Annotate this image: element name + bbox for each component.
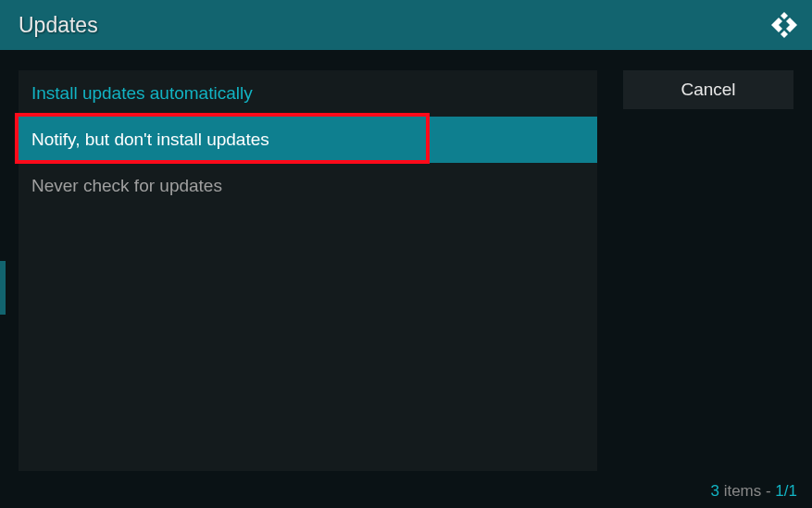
option-install-auto[interactable]: Install updates automatically	[19, 70, 597, 117]
kodi-logo-icon	[769, 10, 799, 40]
dialog-content: Install updates automatically Notify, bu…	[0, 50, 812, 480]
item-count: 3	[710, 482, 718, 500]
dialog-sidebar: Cancel	[623, 70, 793, 471]
dialog-title: Updates	[19, 13, 98, 38]
option-label: Never check for updates	[31, 176, 222, 196]
items-text: items -	[719, 482, 775, 500]
option-label: Notify, but don't install updates	[31, 130, 269, 150]
footer-status: 3 items - 1/1	[710, 482, 797, 501]
background-accent	[0, 261, 6, 315]
cancel-label: Cancel	[681, 80, 735, 100]
option-label: Install updates automatically	[31, 83, 253, 104]
page-indicator: 1/1	[775, 482, 797, 500]
option-notify-only[interactable]: Notify, but don't install updates	[19, 117, 597, 163]
option-never-check[interactable]: Never check for updates	[19, 163, 597, 209]
dialog-header: Updates	[0, 0, 812, 50]
cancel-button[interactable]: Cancel	[623, 70, 793, 109]
options-list: Install updates automatically Notify, bu…	[19, 70, 597, 471]
